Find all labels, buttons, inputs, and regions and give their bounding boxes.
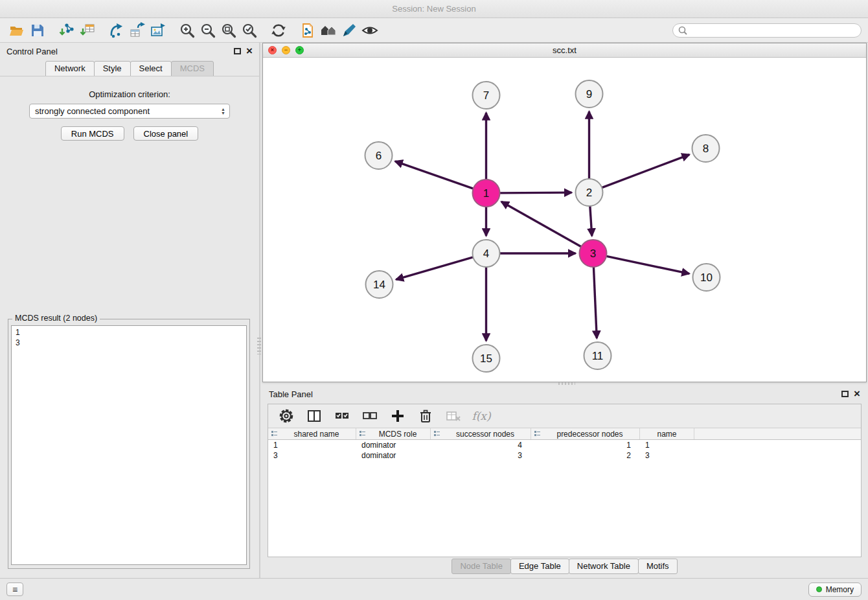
- tab-network-table[interactable]: Network Table: [569, 559, 639, 574]
- float-table-panel-icon[interactable]: [841, 391, 849, 397]
- create-column-button[interactable]: [389, 407, 407, 425]
- graph-node-8[interactable]: 8: [692, 135, 720, 162]
- graph-node-7[interactable]: 7: [473, 82, 500, 109]
- graphics-details-button[interactable]: [360, 20, 380, 41]
- close-panel-icon[interactable]: [246, 47, 253, 56]
- brush-icon: [341, 22, 358, 39]
- network-graph-svg[interactable]: 7968124314101511: [263, 58, 866, 382]
- graph-edge-3-11[interactable]: [593, 267, 597, 338]
- memory-button[interactable]: Memory: [808, 583, 862, 597]
- cell-successor-nodes[interactable]: 4: [431, 441, 531, 450]
- search-icon: [678, 26, 687, 35]
- tab-motifs[interactable]: Motifs: [638, 559, 678, 574]
- graph-edge-1-2[interactable]: [499, 192, 571, 193]
- graph-node-9[interactable]: 9: [576, 80, 603, 108]
- optimization-criterion-label: Optimization criterion:: [0, 89, 259, 99]
- cell-mcds-role[interactable]: dominator: [356, 451, 431, 460]
- gear-icon: [279, 408, 294, 424]
- cell-successor-nodes[interactable]: 3: [431, 451, 531, 460]
- clone-network-button[interactable]: [297, 20, 318, 41]
- network-canvas[interactable]: 7968124314101511: [263, 58, 866, 382]
- tab-mcds[interactable]: MCDS: [171, 61, 214, 76]
- export-image-button[interactable]: [148, 20, 168, 41]
- float-panel-icon[interactable]: [234, 48, 241, 54]
- delete-table-button[interactable]: [444, 407, 463, 425]
- mcds-result-list[interactable]: 1 3: [11, 325, 247, 565]
- import-table-button[interactable]: [77, 20, 98, 41]
- column-sort-icon: [359, 430, 366, 437]
- graph-node-14[interactable]: 14: [366, 271, 393, 298]
- tab-select[interactable]: Select: [130, 61, 172, 76]
- graph-edge-4-14[interactable]: [396, 257, 473, 280]
- close-window-button[interactable]: ×: [268, 46, 277, 54]
- zoom-out-button[interactable]: [198, 20, 218, 41]
- table-row[interactable]: 1 dominator 4 1 1: [268, 440, 861, 450]
- zoom-in-button[interactable]: [177, 20, 198, 41]
- cell-mcds-role[interactable]: dominator: [356, 441, 431, 450]
- unchecked-boxes-icon: [362, 408, 378, 424]
- delete-column-button[interactable]: [417, 407, 435, 425]
- table-toolbar: f(x): [268, 404, 861, 428]
- tab-edge-table[interactable]: Edge Table: [510, 559, 569, 574]
- task-history-button[interactable]: [6, 583, 23, 596]
- column-header-name[interactable]: name: [640, 428, 694, 439]
- graph-node-4[interactable]: 4: [473, 240, 500, 267]
- graph-node-6[interactable]: 6: [365, 142, 393, 169]
- close-table-panel-icon[interactable]: [854, 389, 860, 398]
- select-all-columns-button[interactable]: [333, 407, 351, 425]
- graph-node-15[interactable]: 15: [473, 345, 500, 372]
- zoom-selected-button[interactable]: [239, 20, 260, 41]
- horizontal-splitter-handle[interactable]: [558, 382, 575, 385]
- graph-edge-3-10[interactable]: [606, 256, 689, 273]
- graph-edge-2-3[interactable]: [590, 206, 592, 236]
- memory-status-dot-icon: [816, 586, 822, 592]
- unselect-all-columns-button[interactable]: [361, 407, 379, 425]
- refresh-view-button[interactable]: [268, 20, 289, 41]
- save-session-button[interactable]: [27, 20, 48, 41]
- graph-edge-3-1[interactable]: [501, 202, 581, 246]
- cell-name[interactable]: 3: [640, 451, 694, 460]
- mcds-result-item: 1: [16, 327, 242, 338]
- column-header-predecessor-nodes[interactable]: predecessor nodes: [531, 428, 640, 439]
- zoom-window-button[interactable]: +: [295, 46, 304, 54]
- tab-network[interactable]: Network: [45, 61, 95, 76]
- cell-predecessor-nodes[interactable]: 1: [531, 441, 640, 450]
- import-network-button[interactable]: [56, 20, 77, 41]
- graph-node-10[interactable]: 10: [693, 264, 720, 291]
- open-file-button[interactable]: [6, 20, 27, 41]
- zoom-fit-button[interactable]: [218, 20, 239, 41]
- home-button[interactable]: [318, 20, 339, 41]
- tab-style[interactable]: Style: [94, 61, 131, 76]
- close-panel-button[interactable]: Close panel: [133, 126, 199, 141]
- search-box[interactable]: [672, 23, 862, 38]
- function-builder-button[interactable]: f(x): [472, 407, 490, 425]
- show-column-panel-button[interactable]: [305, 407, 323, 425]
- cell-predecessor-nodes[interactable]: 2: [531, 451, 640, 460]
- new-table-button[interactable]: [127, 20, 148, 41]
- table-panel-title: Table Panel: [269, 389, 313, 399]
- search-input[interactable]: [691, 26, 856, 35]
- graph-node-1[interactable]: 1: [473, 179, 500, 207]
- new-network-button[interactable]: [106, 20, 127, 41]
- column-header-mcds-role[interactable]: MCDS role: [356, 428, 431, 439]
- graph-node-2[interactable]: 2: [576, 179, 603, 206]
- table-options-button[interactable]: [277, 407, 295, 425]
- cell-shared-name[interactable]: 1: [268, 441, 356, 450]
- svg-text:8: 8: [703, 143, 709, 155]
- graph-node-11[interactable]: 11: [584, 342, 611, 369]
- column-header-successor-nodes[interactable]: successor nodes: [431, 428, 531, 439]
- minimize-window-button[interactable]: −: [282, 46, 290, 54]
- table-body[interactable]: 1 dominator 4 1 1 3 dominator 3 2 3: [268, 440, 861, 557]
- table-row[interactable]: 3 dominator 3 2 3: [268, 450, 861, 461]
- graph-edge-1-6[interactable]: [395, 161, 474, 189]
- columns-icon: [306, 408, 322, 424]
- cell-name[interactable]: 1: [640, 441, 694, 450]
- apply-style-button[interactable]: [339, 20, 360, 41]
- run-mcds-button[interactable]: Run MCDS: [61, 126, 124, 141]
- criterion-dropdown[interactable]: strongly connected component: [29, 104, 230, 119]
- graph-edge-2-8[interactable]: [602, 155, 689, 188]
- graph-node-3[interactable]: 3: [580, 240, 607, 267]
- column-header-shared-name[interactable]: shared name: [268, 428, 356, 439]
- cell-shared-name[interactable]: 3: [268, 451, 356, 460]
- tab-node-table[interactable]: Node Table: [451, 559, 511, 574]
